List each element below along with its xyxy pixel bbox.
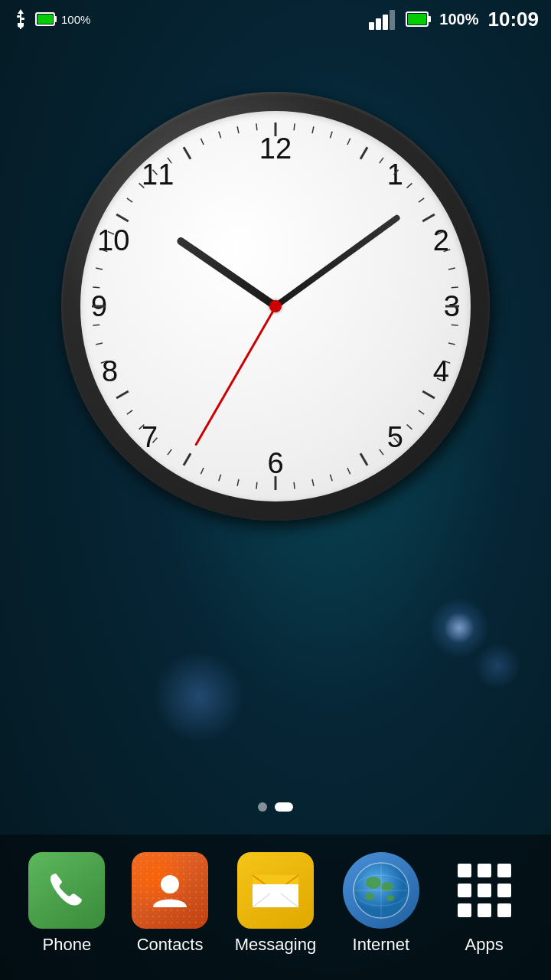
svg-line-28 [452,325,458,325]
svg-rect-6 [376,18,381,30]
phone-svg [44,868,89,913]
svg-line-15 [330,132,332,139]
svg-line-17 [360,147,367,159]
internet-icon [343,852,419,929]
svg-line-30 [444,361,451,363]
time-display: 10:09 [488,8,540,31]
svg-line-36 [380,449,383,455]
messaging-svg [249,867,302,913]
svg-rect-10 [428,16,431,22]
svg-line-53 [108,378,114,381]
svg-point-81 [386,895,394,901]
apps-dot-1 [458,864,471,877]
dock-item-internet[interactable]: Internet [343,852,419,955]
svg-line-13 [294,123,295,130]
apps-dot-9 [497,903,511,917]
apps-grid [450,856,519,925]
apps-label: Apps [465,935,504,955]
apps-dot-6 [497,884,511,897]
apps-icon [446,852,523,929]
svg-line-40 [312,479,314,486]
small-battery-icon [35,11,58,28]
svg-line-19 [394,170,399,175]
svg-line-37 [360,453,367,466]
svg-line-21 [419,198,424,202]
svg-line-24 [444,250,451,252]
messaging-icon [237,852,314,929]
svg-line-32 [422,391,435,398]
svg-line-20 [407,183,412,188]
phone-label: Phone [43,935,92,955]
svg-line-49 [152,438,157,443]
svg-line-31 [437,378,443,381]
svg-line-45 [219,475,221,482]
status-left: 100% [12,8,90,31]
clock-face: 12 1 2 3 4 5 6 7 8 9 10 11 [80,111,471,501]
status-right: 100% 10:09 [369,8,539,31]
contacts-icon [132,852,208,929]
svg-rect-7 [383,15,388,30]
dock-item-messaging[interactable]: Messaging [235,852,316,955]
svg-line-59 [96,268,103,270]
svg-line-22 [422,214,435,221]
svg-line-38 [347,468,350,474]
svg-line-43 [256,482,257,489]
status-bar: 100% 100% 10:09 [0,0,551,38]
svg-line-55 [96,343,103,345]
svg-rect-5 [369,22,374,30]
svg-point-79 [381,882,393,891]
apps-dot-4 [458,884,471,897]
svg-rect-1 [21,18,24,20]
svg-line-41 [294,482,295,489]
globe-svg [350,860,412,921]
phone-icon [28,852,105,929]
battery-full-icon [406,10,433,28]
svg-rect-11 [408,14,426,24]
svg-line-62 [116,214,129,221]
svg-line-35 [394,438,399,443]
internet-label: Internet [353,935,410,955]
svg-line-61 [108,231,114,234]
svg-line-25 [448,268,455,270]
svg-line-70 [237,126,239,133]
page-dot-2 [275,802,293,812]
svg-line-58 [93,287,99,288]
svg-line-56 [93,325,99,325]
clock-outer: 12 1 2 3 4 5 6 7 8 9 10 11 [61,92,490,521]
apps-dot-7 [458,903,471,917]
svg-line-60 [101,250,108,252]
svg-line-69 [219,132,221,139]
usb-icon [12,8,29,31]
svg-line-34 [407,425,412,430]
apps-dot-2 [478,864,491,877]
svg-line-33 [419,410,424,414]
svg-line-52 [116,391,129,398]
apps-dot-8 [478,903,491,917]
svg-line-18 [380,158,383,163]
svg-line-63 [127,198,132,202]
svg-line-48 [168,449,171,455]
svg-line-46 [201,468,204,474]
dock-item-contacts[interactable]: Contacts [132,852,208,955]
dock-item-apps[interactable]: Apps [446,852,523,955]
battery-percent-small: 100% [61,13,90,26]
svg-line-67 [184,147,191,159]
svg-rect-4 [37,15,53,24]
svg-line-44 [237,479,239,486]
svg-point-78 [366,877,381,889]
dock-item-phone[interactable]: Phone [28,852,105,955]
clock-widget: 12 1 2 3 4 5 6 7 8 9 10 11 [61,92,490,521]
battery-percent: 100% [439,11,478,28]
svg-line-65 [152,170,157,175]
svg-line-64 [139,183,145,188]
page-indicator [258,802,293,812]
svg-rect-3 [54,16,57,22]
signal-icon [369,8,399,30]
center-dot [269,300,282,312]
svg-rect-75 [253,884,298,907]
svg-line-50 [139,425,145,430]
page-dot-1 [258,802,267,812]
dock: Phone Contacts Mes [0,835,551,980]
svg-line-29 [448,343,455,345]
svg-line-54 [101,361,108,363]
